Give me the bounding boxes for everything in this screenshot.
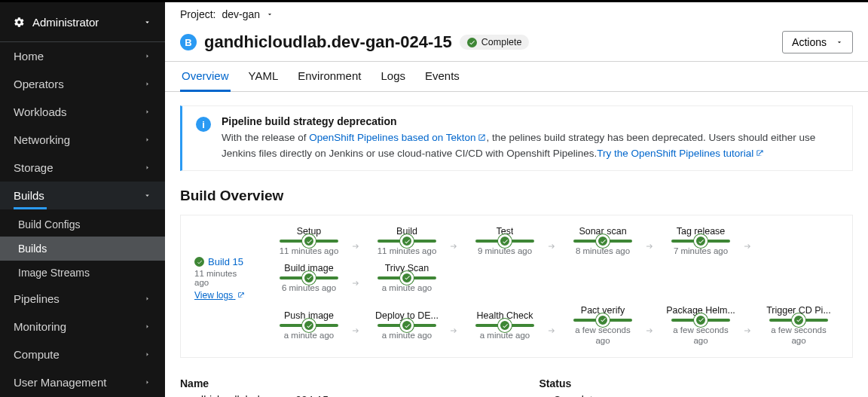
project-name: dev-gan [222, 8, 260, 20]
tab-events[interactable]: Events [423, 62, 461, 91]
chevron-right-icon [143, 163, 151, 172]
chevron-right-icon [143, 52, 151, 60]
pipeline-stage[interactable]: Deploy to DE...a minute ago [368, 310, 446, 341]
page-title: gandhicloudlab.dev-gan-024-15 [204, 32, 452, 52]
arrow-right-icon [742, 316, 753, 335]
pipeline-stage[interactable]: Package Helm...a few seconds ago [662, 305, 740, 347]
sidebar-item-label: Builds [14, 189, 44, 202]
external-link-icon [756, 147, 764, 162]
check-icon [694, 234, 708, 248]
detail-value-status: Complete [539, 394, 854, 397]
stage-progress-bar [280, 276, 338, 279]
pipeline-stage[interactable]: Sonar scan8 minutes ago [564, 226, 642, 256]
pipeline-stage[interactable]: Build11 minutes ago [368, 226, 446, 256]
sidebar: Administrator HomeOperatorsWorkloadsNetw… [0, 2, 165, 397]
topbar: Project: dev-gan B gandhicloudlab.dev-ga… [165, 2, 868, 62]
chevron-right-icon [143, 80, 151, 88]
check-icon [596, 313, 610, 327]
chevron-right-icon [143, 322, 151, 331]
check-icon [498, 234, 512, 248]
link-pipelines-tutorial[interactable]: Try the OpenShift Pipelines tutorial [597, 148, 764, 159]
info-text: With the release of OpenShift Pipelines … [222, 130, 839, 161]
stage-progress-bar [769, 319, 828, 322]
sidebar-subitem-builds[interactable]: Builds [0, 237, 165, 261]
chevron-right-icon [143, 350, 151, 359]
sidebar-subitem-build-configs[interactable]: Build Configs [0, 212, 165, 237]
stage-progress-bar [280, 240, 338, 243]
chevron-right-icon [143, 378, 151, 386]
arrow-right-icon [448, 231, 459, 251]
actions-dropdown[interactable]: Actions [782, 31, 853, 53]
arrow-right-icon [644, 231, 655, 251]
perspective-switcher[interactable]: Administrator [0, 2, 165, 42]
info-alert: i Pipeline build strategy deprecation Wi… [180, 105, 853, 171]
view-logs-link[interactable]: View logs [194, 290, 245, 301]
sidebar-item-label: Operators [14, 78, 64, 90]
status-badge: Complete [460, 35, 530, 50]
sidebar-item-networking[interactable]: Networking [0, 126, 165, 154]
chevron-down-icon [143, 18, 151, 26]
pipeline-stage[interactable]: Build image6 minutes ago [270, 263, 348, 293]
sidebar-item-label: Networking [14, 133, 70, 146]
check-icon [694, 313, 708, 327]
stage-progress-bar [573, 240, 632, 243]
sidebar-item-label: Monitoring [14, 320, 66, 333]
info-title: Pipeline build strategy deprecation [222, 115, 839, 127]
chevron-right-icon [143, 136, 151, 144]
sidebar-item-label: Workloads [14, 105, 67, 118]
sidebar-item-workloads[interactable]: Workloads [0, 98, 165, 126]
project-selector[interactable]: Project: dev-gan [180, 8, 853, 25]
tab-logs[interactable]: Logs [379, 62, 407, 91]
sidebar-item-label: Pipelines [14, 292, 60, 305]
build-link[interactable]: Build 15 [194, 256, 250, 267]
pipeline-stage[interactable]: Trivy Scana minute ago [368, 263, 446, 293]
pipeline-stage[interactable]: Tag release7 minutes ago [662, 226, 740, 256]
tab-overview[interactable]: Overview [180, 62, 231, 92]
stage-progress-bar [475, 324, 534, 327]
stage-progress-bar [671, 240, 730, 243]
sidebar-item-builds[interactable]: Builds [0, 182, 165, 209]
pipeline-stage[interactable]: Trigger CD Pi...a few seconds ago [760, 305, 838, 347]
detail-label-name: Name [180, 377, 494, 389]
sidebar-item-monitoring[interactable]: Monitoring [0, 313, 165, 341]
pipeline-stage[interactable]: Health Checka minute ago [466, 310, 544, 341]
check-icon [302, 271, 316, 285]
tab-yaml[interactable]: YAML [247, 62, 280, 91]
check-icon [498, 319, 512, 332]
sidebar-item-pipelines[interactable]: Pipelines [0, 285, 165, 313]
sidebar-item-compute[interactable]: Compute [0, 341, 165, 368]
pipeline-stage[interactable]: Setup11 minutes ago [270, 226, 348, 256]
sidebar-item-operators[interactable]: Operators [0, 70, 165, 98]
tab-environment[interactable]: Environment [296, 62, 362, 91]
stage-progress-bar [377, 276, 436, 279]
sidebar-item-user-management[interactable]: User Management [0, 368, 165, 396]
sidebar-subitem-image-streams[interactable]: Image Streams [0, 261, 165, 285]
check-icon [596, 234, 610, 248]
pipeline-stage[interactable]: Pact verifya few seconds ago [564, 305, 642, 347]
arrow-right-icon [350, 268, 361, 288]
sidebar-item-label: Home [14, 50, 44, 63]
stage-time: a few seconds ago [667, 325, 735, 347]
stage-progress-bar [280, 324, 338, 327]
pipeline-stage[interactable]: Push imagea minute ago [270, 310, 348, 341]
detail-value-name: gandhicloudlab.dev-gan-024-15 [180, 394, 494, 397]
caret-down-icon [836, 38, 843, 46]
main: Project: dev-gan B gandhicloudlab.dev-ga… [165, 2, 868, 397]
stage-time: a few seconds ago [765, 325, 833, 347]
chevron-down-icon [143, 191, 151, 200]
check-icon [792, 313, 805, 327]
check-icon [302, 234, 316, 248]
check-icon [400, 319, 414, 332]
link-openshift-pipelines[interactable]: OpenShift Pipelines based on Tekton [309, 132, 486, 143]
build-badge-icon: B [180, 34, 197, 50]
content: i Pipeline build strategy deprecation Wi… [165, 92, 868, 397]
stage-progress-bar [475, 240, 534, 243]
tabs: OverviewYAMLEnvironmentLogsEvents [165, 62, 868, 92]
sidebar-item-storage[interactable]: Storage [0, 154, 165, 182]
pipeline-stage[interactable]: Test9 minutes ago [466, 226, 544, 256]
arrow-right-icon [546, 231, 557, 251]
stage-progress-bar [377, 240, 436, 243]
pipeline-visual: Build 15 11 minutes ago View logs Setup1… [180, 215, 853, 358]
sidebar-item-home[interactable]: Home [0, 42, 165, 70]
pipeline-stages: Setup11 minutes agoBuild11 minutes agoTe… [270, 226, 839, 347]
